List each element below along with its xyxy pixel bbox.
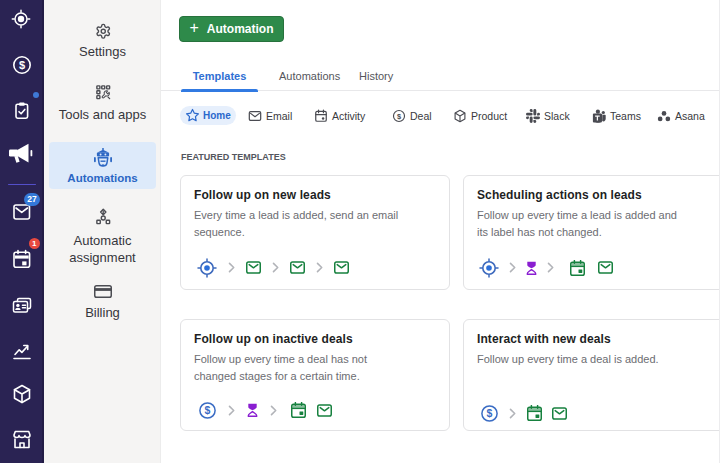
svg-text:$: $ [397, 111, 402, 120]
svg-text:$: $ [19, 59, 25, 71]
